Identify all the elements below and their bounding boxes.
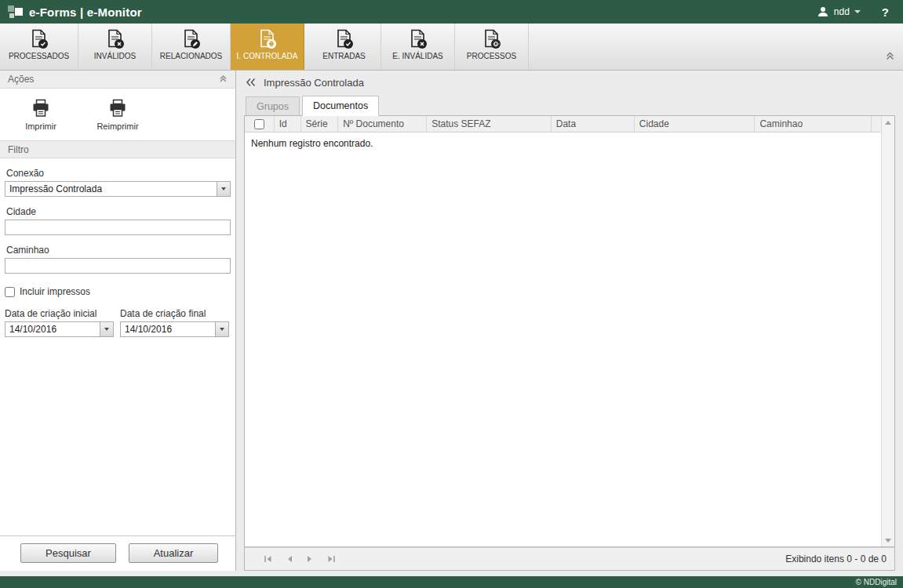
filter-title: Filtro: [8, 144, 29, 155]
copyright-text: © NDDigital: [856, 578, 897, 586]
sidebar: Ações Imprimir: [0, 71, 236, 571]
printer-icon: [31, 99, 51, 118]
imprimir-label: Imprimir: [25, 122, 56, 131]
toolbar-tab-entradas[interactable]: ENTRADAS: [308, 24, 381, 70]
user-icon: [817, 5, 829, 18]
pager: [253, 555, 336, 563]
data-final-label: Data de criação final: [120, 308, 229, 319]
imprimir-button[interactable]: Imprimir: [13, 99, 69, 131]
first-page-button[interactable]: [264, 555, 272, 563]
reimprimir-label: Reimprimir: [96, 122, 138, 131]
cidade-input[interactable]: [5, 220, 231, 235]
documents-grid-panel: Id Série Nº Documento Status SEFAZ Data …: [244, 115, 895, 547]
tab-documentos[interactable]: Documentos: [302, 96, 379, 116]
toolbar-tab-e-invalidas[interactable]: E. INVÁLIDAS: [381, 24, 455, 70]
dropdown-arrow-icon[interactable]: [100, 322, 113, 336]
document-x-icon: [106, 29, 125, 49]
titlebar: e-Forms | e-Monitor ndd ?: [0, 0, 903, 24]
scroll-down-icon[interactable]: [882, 534, 894, 546]
table-body: Nenhum registro encontrado.: [245, 132, 881, 546]
printer-icon: [107, 99, 128, 118]
tab-grupos[interactable]: Grupos: [246, 96, 300, 115]
column-header-data[interactable]: Data: [552, 116, 635, 132]
document-check-icon: [335, 29, 354, 49]
filter-section-header: Filtro: [0, 140, 235, 158]
prev-page-button[interactable]: [286, 555, 293, 563]
column-header-serie[interactable]: Série: [301, 116, 339, 132]
app-logo-icon: [8, 5, 23, 20]
tabs: Grupos Documentos: [244, 94, 895, 115]
conexao-select[interactable]: Impressão Controlada: [5, 181, 231, 197]
document-gear-icon: [482, 29, 501, 49]
atualizar-button[interactable]: Atualizar: [129, 543, 218, 563]
conexao-value: Impressão Controlada: [5, 183, 217, 194]
dropdown-arrow-icon[interactable]: [215, 322, 228, 336]
column-header-n-documento[interactable]: Nº Documento: [338, 116, 427, 132]
column-header-cidade[interactable]: Cidade: [635, 116, 756, 132]
pesquisar-button[interactable]: Pesquisar: [20, 543, 116, 563]
chevron-down-icon: [854, 10, 861, 13]
toolbar-tab-i-controlada[interactable]: I. CONTROLADA: [231, 24, 304, 70]
toolbar-tab-processados[interactable]: PROCESSADOS: [0, 24, 78, 70]
toolbar: PROCESSADOS INVÁLIDOS RELACIONADOS: [0, 24, 903, 71]
empty-message: Nenhum registro encontrado.: [251, 138, 373, 149]
pagination-status: Exibindo itens 0 - 0 de 0: [785, 554, 887, 564]
toolbar-tab-label: PROCESSOS: [467, 52, 516, 60]
select-all-cell: [245, 116, 275, 132]
conexao-label: Conexão: [6, 168, 229, 179]
select-all-checkbox[interactable]: [254, 119, 264, 129]
collapse-sidebar-icon[interactable]: [246, 78, 256, 87]
user-name: ndd: [834, 6, 850, 17]
scroll-up-icon[interactable]: [882, 116, 894, 129]
toolbar-collapse-icon[interactable]: [885, 49, 895, 64]
statusbar: © NDDigital: [0, 576, 903, 588]
breadcrumb: Impressão Controlada: [244, 71, 895, 94]
toolbar-tab-label: INVÁLIDOS: [94, 52, 136, 60]
filter-form: Conexão Impressão Controlada Cidade Cami…: [0, 158, 235, 535]
data-inicial-label: Data de criação inicial: [5, 308, 114, 319]
data-inicial-select[interactable]: 14/10/2016: [5, 321, 114, 337]
data-inicial-value: 14/10/2016: [5, 324, 100, 335]
document-print-icon: [258, 29, 277, 49]
last-page-button[interactable]: [327, 555, 336, 563]
tab-label: Documentos: [313, 100, 368, 111]
grid-footer: Exibindo itens 0 - 0 de 0: [244, 547, 895, 571]
toolbar-tab-invalidos[interactable]: INVÁLIDOS: [78, 24, 152, 70]
toolbar-tab-label: E. INVÁLIDAS: [392, 52, 442, 60]
column-header-id[interactable]: Id: [275, 116, 301, 132]
content-area: Ações Imprimir: [0, 71, 903, 576]
document-edit-icon: [182, 29, 201, 49]
dropdown-arrow-icon[interactable]: [217, 182, 230, 196]
actions-row: Imprimir Reimprimir: [0, 89, 235, 140]
toolbar-tab-label: ENTRADAS: [322, 52, 365, 60]
caminhao-input[interactable]: [5, 258, 231, 274]
main-panel: Impressão Controlada Grupos Documentos I…: [236, 71, 903, 571]
next-page-button[interactable]: [307, 555, 313, 563]
data-final-select[interactable]: 14/10/2016: [120, 321, 229, 337]
toolbar-tab-label: PROCESSADOS: [9, 52, 69, 60]
caminhao-label: Caminhao: [6, 245, 229, 256]
actions-title: Ações: [8, 74, 34, 85]
actions-collapse-icon[interactable]: [219, 74, 228, 85]
user-menu[interactable]: ndd: [814, 4, 864, 20]
vertical-scrollbar[interactable]: [881, 116, 894, 546]
reimprimir-button[interactable]: Reimprimir: [89, 99, 146, 131]
data-final-value: 14/10/2016: [121, 324, 215, 335]
column-header-caminhao[interactable]: Caminhao: [755, 116, 872, 132]
document-check-icon: [30, 29, 49, 49]
actions-section-header: Ações: [0, 71, 235, 89]
tab-label: Grupos: [257, 101, 289, 112]
toolbar-tab-processos[interactable]: PROCESSOS: [455, 24, 529, 70]
toolbar-tab-relacionados[interactable]: RELACIONADOS: [152, 24, 231, 70]
toolbar-tab-label: RELACIONADOS: [160, 52, 222, 60]
column-header-filler: [872, 116, 881, 132]
toolbar-tab-label: I. CONTROLADA: [237, 52, 298, 60]
app-title: e-Forms | e-Monitor: [29, 5, 142, 19]
table-header: Id Série Nº Documento Status SEFAZ Data …: [245, 116, 881, 132]
page-title: Impressão Controlada: [264, 77, 364, 89]
help-button[interactable]: ?: [871, 5, 895, 19]
incluir-impressos-checkbox[interactable]: [5, 287, 15, 297]
column-header-status-sefaz[interactable]: Status SEFAZ: [427, 116, 552, 132]
sidebar-buttons: Pesquisar Atualizar: [0, 535, 235, 571]
incluir-impressos-label: Incluir impressos: [20, 286, 90, 297]
